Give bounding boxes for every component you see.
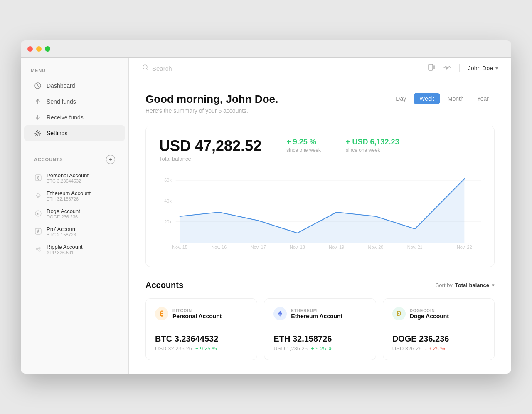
add-account-button[interactable]: + bbox=[106, 155, 115, 164]
svg-text:Nov. 15: Nov. 15 bbox=[172, 245, 187, 250]
xrp-icon bbox=[34, 245, 42, 253]
account-info: Ethereum Account ETH 32.158726 bbox=[47, 190, 91, 201]
maximize-button[interactable] bbox=[45, 46, 50, 52]
svg-point-11 bbox=[39, 247, 40, 249]
change-btc: + 9.25 % bbox=[195, 345, 217, 352]
change-eth: + 9.25 % bbox=[311, 345, 332, 352]
sidebar-item-dashboard[interactable]: Dashboard bbox=[24, 78, 125, 94]
send-funds-icon bbox=[34, 98, 42, 105]
sidebar-item-label: Receive funds bbox=[47, 114, 84, 121]
device-icon[interactable] bbox=[428, 64, 435, 73]
sidebar-account-doge[interactable]: Ð Doge Account DOGE 236.236 bbox=[24, 205, 125, 223]
svg-rect-17 bbox=[429, 64, 433, 70]
filter-day[interactable]: Day bbox=[390, 93, 412, 104]
main-layout: MENU Dashboard Send funds bbox=[21, 58, 511, 374]
greeting-section: Good morning, John Doe. Here's the summa… bbox=[145, 93, 278, 114]
minimize-button[interactable] bbox=[36, 46, 42, 52]
account-info: Personal Account BTC 3.23644532 bbox=[47, 172, 89, 183]
sort-by[interactable]: Sort by Total balance ▾ bbox=[436, 282, 495, 288]
account-name-eth: Ethereum Account bbox=[291, 313, 342, 320]
svg-text:₿: ₿ bbox=[37, 176, 39, 180]
card-header-doge: Ð DOGECOIN Doge Account bbox=[392, 307, 485, 327]
close-button[interactable] bbox=[27, 46, 33, 52]
svg-point-1 bbox=[37, 132, 39, 134]
accounts-section-label: ACCOUNTS bbox=[34, 157, 63, 162]
sidebar-divider bbox=[31, 148, 118, 148]
account-cards-grid: ₿ BITCOIN Personal Account BTC 3.2364453… bbox=[145, 298, 495, 360]
svg-point-10 bbox=[36, 248, 38, 250]
sidebar-item-settings[interactable]: Settings bbox=[24, 125, 125, 141]
time-filters: Day Week Month Year bbox=[390, 93, 495, 104]
doge-icon: Ð bbox=[34, 209, 42, 218]
balance-usd-doge: USD 326.26 - 9.25 % bbox=[392, 345, 485, 352]
app-window: MENU Dashboard Send funds bbox=[21, 40, 511, 374]
eth-icon bbox=[34, 191, 42, 200]
bitcoin-icon: ₿ bbox=[155, 307, 168, 320]
account-card-eth[interactable]: ETHEREUM Ethereum Account ETH 32.158726 … bbox=[264, 298, 376, 360]
content-area: Search bbox=[129, 58, 511, 374]
page-header: Good morning, John Doe. Here's the summa… bbox=[145, 93, 495, 114]
sidebar-account-pro[interactable]: ₿ Pro' Account BTC 2.158726 bbox=[24, 223, 125, 240]
total-balance-value: USD 47,282.52 bbox=[159, 138, 261, 154]
filter-year[interactable]: Year bbox=[471, 93, 495, 104]
card-info-doge: DOGECOIN Doge Account bbox=[410, 308, 449, 320]
svg-line-13 bbox=[38, 248, 39, 249]
account-name-doge: Doge Account bbox=[410, 313, 449, 320]
svg-text:Ð: Ð bbox=[37, 212, 40, 216]
card-header-btc: ₿ BITCOIN Personal Account bbox=[155, 307, 248, 327]
topbar-divider bbox=[459, 64, 460, 72]
receive-funds-icon bbox=[34, 114, 42, 121]
search-box[interactable]: Search bbox=[142, 64, 421, 72]
account-card-btc[interactable]: ₿ BITCOIN Personal Account BTC 3.2364453… bbox=[145, 298, 257, 360]
menu-label: MENU bbox=[21, 68, 128, 78]
svg-text:Nov. 19: Nov. 19 bbox=[329, 245, 344, 250]
svg-text:Nov. 18: Nov. 18 bbox=[290, 245, 305, 250]
user-menu[interactable]: John Doe ▾ bbox=[468, 65, 498, 72]
svg-marker-25 bbox=[180, 179, 465, 243]
change-period-1: since one week bbox=[286, 147, 321, 153]
sort-by-value: Total balance bbox=[455, 282, 489, 288]
balance-usd-eth: USD 1,236.26 + 9.25 % bbox=[273, 345, 366, 352]
topbar: Search bbox=[129, 58, 511, 79]
svg-text:60k: 60k bbox=[164, 178, 172, 183]
account-info: Ripple Account XRP 326.591 bbox=[47, 244, 83, 255]
total-balance-section: USD 47,282.52 Total balance bbox=[159, 138, 261, 162]
change-usd-value: + USD 6,132.23 bbox=[346, 138, 399, 146]
total-balance-label: Total balance bbox=[159, 156, 261, 162]
svg-rect-18 bbox=[433, 66, 435, 69]
balance-crypto-doge: DOGE 236.236 bbox=[392, 334, 485, 344]
sidebar-account-personal[interactable]: ₿ Personal Account BTC 3.23644532 bbox=[24, 169, 125, 187]
change-period-2: since one week bbox=[346, 147, 399, 153]
svg-line-16 bbox=[147, 69, 148, 70]
sidebar-item-label: Send funds bbox=[47, 98, 76, 105]
activity-icon[interactable] bbox=[443, 64, 451, 73]
sidebar-item-receive-funds[interactable]: Receive funds bbox=[24, 109, 125, 125]
svg-marker-5 bbox=[36, 196, 40, 198]
filter-week[interactable]: Week bbox=[414, 93, 440, 104]
card-header-eth: ETHEREUM Ethereum Account bbox=[273, 307, 366, 327]
sidebar-account-ripple[interactable]: Ripple Account XRP 326.591 bbox=[24, 240, 125, 258]
svg-text:40k: 40k bbox=[164, 198, 172, 203]
account-card-doge[interactable]: Ð DOGECOIN Doge Account DOGE 236.236 USD… bbox=[383, 298, 495, 360]
line-chart: 60k 40k 20k Nov. 15 Nov. 16 bbox=[159, 172, 481, 255]
svg-text:Nov. 20: Nov. 20 bbox=[368, 245, 384, 250]
svg-point-12 bbox=[39, 250, 40, 251]
sidebar-item-send-funds[interactable]: Send funds bbox=[24, 94, 125, 109]
sidebar-item-label: Settings bbox=[47, 130, 68, 136]
accounts-section-header: ACCOUNTS + bbox=[24, 155, 125, 169]
accounts-section-title: Accounts bbox=[145, 280, 183, 290]
change-usd-section: + USD 6,132.23 since one week bbox=[346, 138, 399, 153]
filter-month[interactable]: Month bbox=[442, 93, 470, 104]
svg-text:Nov. 16: Nov. 16 bbox=[212, 245, 227, 250]
page-content: Good morning, John Doe. Here's the summa… bbox=[129, 79, 511, 374]
btc2-icon: ₿ bbox=[34, 227, 42, 236]
change-doge: - 9.25 % bbox=[425, 345, 445, 352]
card-info-btc: BITCOIN Personal Account bbox=[172, 308, 222, 320]
topbar-right: John Doe ▾ bbox=[428, 64, 498, 73]
page-title: Good morning, John Doe. bbox=[145, 93, 278, 106]
search-icon bbox=[142, 64, 149, 72]
svg-text:20k: 20k bbox=[164, 219, 172, 224]
settings-icon bbox=[34, 129, 42, 137]
svg-text:Nov. 22: Nov. 22 bbox=[457, 245, 472, 250]
sidebar-account-ethereum[interactable]: Ethereum Account ETH 32.158726 bbox=[24, 187, 125, 205]
